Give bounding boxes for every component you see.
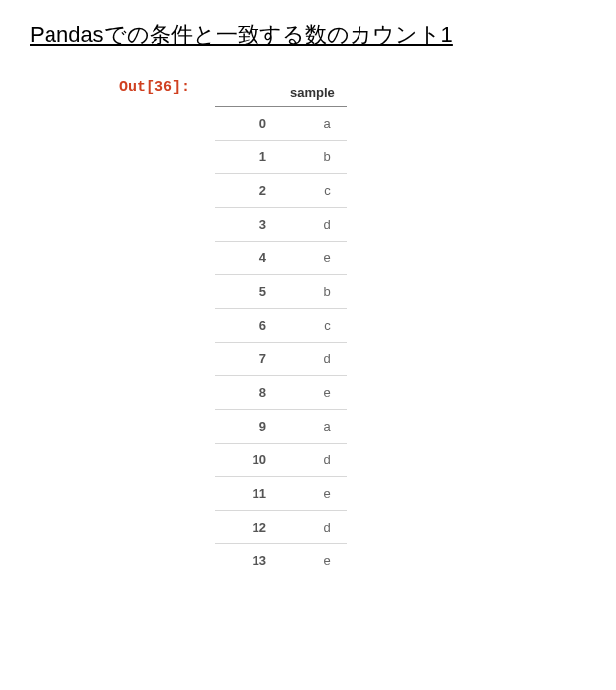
row-index: 10	[215, 444, 278, 477]
row-index: 3	[215, 208, 278, 242]
cell-sample: e	[278, 544, 347, 578]
cell-sample: d	[278, 208, 347, 242]
row-index: 8	[215, 376, 278, 410]
table-row: 5 b	[215, 275, 347, 309]
table-row: 0 a	[215, 107, 347, 141]
table-row: 4 e	[215, 242, 347, 275]
table-row: 8 e	[215, 376, 347, 410]
cell-sample: d	[278, 444, 347, 477]
cell-sample: c	[278, 309, 347, 343]
row-index: 0	[215, 107, 278, 141]
cell-sample: e	[278, 376, 347, 410]
row-index: 5	[215, 275, 278, 309]
row-index: 2	[215, 174, 278, 208]
row-index: 6	[215, 309, 278, 343]
cell-sample: b	[278, 141, 347, 174]
cell-sample: a	[278, 107, 347, 141]
row-index: 9	[215, 410, 278, 444]
index-header	[215, 79, 278, 107]
page-title: Pandasでの条件と一致する数のカウント1	[30, 20, 586, 49]
column-header-sample: sample	[278, 79, 347, 107]
cell-sample: d	[278, 343, 347, 376]
table-row: 2 c	[215, 174, 347, 208]
cell-sample: e	[278, 242, 347, 275]
cell-sample: c	[278, 174, 347, 208]
table-row: 1 b	[215, 141, 347, 174]
row-index: 13	[215, 544, 278, 578]
row-index: 7	[215, 343, 278, 376]
table-header-row: sample	[215, 79, 347, 107]
table-row: 11 e	[215, 477, 347, 511]
dataframe-table: sample 0 a 1 b 2 c 3 d 4 e	[215, 79, 347, 577]
row-index: 4	[215, 242, 278, 275]
row-index: 12	[215, 511, 278, 544]
table-row: 12 d	[215, 511, 347, 544]
table-row: 10 d	[215, 444, 347, 477]
output-prompt-label: Out[36]:	[119, 79, 190, 96]
table-row: 9 a	[215, 410, 347, 444]
cell-sample: e	[278, 477, 347, 511]
cell-sample: d	[278, 511, 347, 544]
table-row: 3 d	[215, 208, 347, 242]
row-index: 1	[215, 141, 278, 174]
table-row: 13 e	[215, 544, 347, 578]
cell-sample: b	[278, 275, 347, 309]
output-container: Out[36]: sample 0 a 1 b 2 c 3 d	[119, 79, 586, 577]
table-row: 7 d	[215, 343, 347, 376]
table-row: 6 c	[215, 309, 347, 343]
row-index: 11	[215, 477, 278, 511]
cell-sample: a	[278, 410, 347, 444]
